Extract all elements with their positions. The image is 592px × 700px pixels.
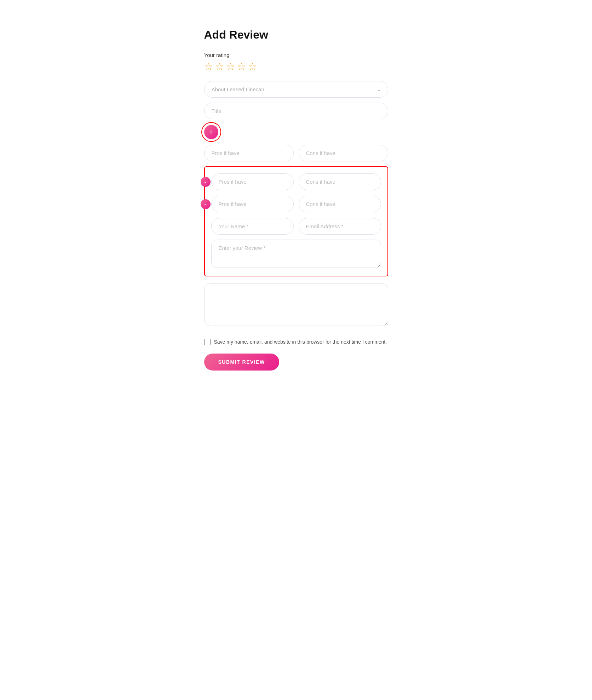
red-border-section: - -	[204, 166, 388, 276]
email-input[interactable]	[299, 218, 381, 235]
submit-label: SUBMIT REVIEW	[218, 359, 265, 365]
pros-input-3[interactable]	[211, 196, 294, 212]
cons-input-3[interactable]	[299, 196, 381, 212]
star-2[interactable]: ☆	[215, 61, 224, 73]
title-input[interactable]	[204, 103, 388, 119]
cons-input-1[interactable]	[299, 145, 388, 161]
submit-review-button[interactable]: SUBMIT REVIEW	[204, 354, 279, 371]
add-button-row: +	[204, 125, 388, 139]
name-input[interactable]	[211, 218, 294, 235]
name-email-row	[211, 218, 381, 235]
plus-icon: +	[209, 127, 213, 137]
star-4[interactable]: ☆	[237, 61, 246, 73]
minus-icon-2: -	[204, 201, 207, 208]
save-info-checkbox[interactable]	[204, 339, 211, 345]
add-button-outline: +	[204, 125, 218, 139]
review-textarea[interactable]	[211, 240, 381, 268]
page-title: Add Review	[204, 28, 388, 41]
remove-row-button-2[interactable]: -	[201, 199, 211, 209]
about-dropdown[interactable]: About Leased Linecan	[204, 81, 388, 98]
save-info-label: Save my name, email, and website in this…	[214, 339, 387, 345]
cons-input-2[interactable]	[299, 173, 381, 190]
pros-input-1[interactable]	[204, 145, 294, 161]
title-input-wrapper	[204, 103, 388, 119]
pros-cons-section-row-1: -	[211, 173, 381, 190]
star-3[interactable]: ☆	[226, 61, 235, 73]
save-info-checkbox-row: Save my name, email, and website in this…	[204, 339, 388, 345]
page-container: Add Review Your rating ☆ ☆ ☆ ☆ ☆ About L…	[186, 14, 406, 686]
pros-cons-row-1	[204, 145, 388, 161]
review-textarea-extended[interactable]	[204, 283, 388, 326]
pros-cons-row-2	[211, 173, 381, 190]
minus-icon-1: -	[204, 178, 207, 185]
pros-input-2[interactable]	[211, 173, 294, 190]
remove-row-button-1[interactable]: -	[201, 177, 211, 187]
add-row-button[interactable]: +	[204, 125, 218, 139]
pros-cons-row-3	[211, 196, 381, 212]
about-dropdown-wrapper: About Leased Linecan ⌄	[204, 81, 388, 98]
stars-row[interactable]: ☆ ☆ ☆ ☆ ☆	[204, 61, 388, 73]
pros-cons-section-row-2: -	[211, 196, 381, 212]
star-5[interactable]: ☆	[248, 61, 257, 73]
star-1[interactable]: ☆	[204, 61, 213, 73]
rating-label: Your rating	[204, 52, 388, 58]
